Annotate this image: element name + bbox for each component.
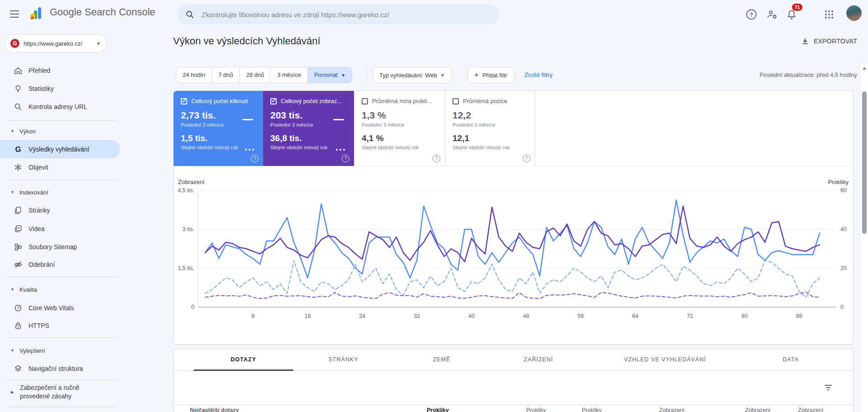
sidebar-item-https[interactable]: HTTPS [0, 317, 120, 335]
tab-stranky[interactable]: STRÁNKY [293, 349, 393, 370]
search-console-logo-icon [29, 5, 44, 22]
help-icon[interactable]: ? [745, 8, 758, 21]
compare-dropdown[interactable]: Porovnat ▼ [308, 67, 352, 83]
sidebar-item-objevit[interactable]: Objevit [0, 158, 120, 176]
column-header[interactable]: Zobrazení [659, 407, 684, 412]
dotted-line-legend-mark [334, 149, 345, 151]
help-icon[interactable]: ? [433, 155, 440, 162]
layers-icon [14, 364, 23, 373]
sidebar-divider [7, 337, 117, 338]
eye-off-icon [14, 260, 23, 269]
reset-filters-link[interactable]: Zrušit filtry [524, 71, 552, 78]
export-button[interactable]: EXPORTOVAT [801, 37, 857, 45]
search-input[interactable] [201, 10, 491, 19]
sidebar-divider [7, 120, 117, 121]
sidebar-item-kontrola-url[interactable]: Kontrola adresy URL [0, 98, 120, 116]
column-header-queries[interactable]: Nejčastější dotazy [190, 407, 239, 412]
google-g-icon: G [14, 145, 23, 154]
metric-tile-clicks[interactable]: ✓Celkový počet kliknutí 2,73 tis. Posled… [174, 91, 263, 166]
scrollbar-track[interactable] [861, 63, 868, 412]
sidebar-section-vylepseni[interactable]: ▼ Vylepšení [0, 342, 120, 359]
metric-tile-position[interactable]: Průměrná pozice 12,2 Poslední 3 měsíce 1… [445, 91, 535, 166]
menu-button[interactable] [10, 10, 19, 18]
search-icon [14, 102, 23, 111]
column-header[interactable]: Prokliky [427, 407, 449, 412]
svg-text:48: 48 [523, 313, 529, 319]
product-title: Google Search Console [50, 6, 156, 18]
scrollbar-thumb[interactable] [862, 91, 867, 234]
sidebar-item-stranky[interactable]: Stránky [0, 201, 120, 219]
date-range-3m[interactable]: 3 měsíce [271, 67, 308, 83]
sidebar-item-zabezpeceni[interactable]: ▶ Zabezpečení a ručně provedené zásahy [0, 384, 120, 401]
metric-tiles: ✓Celkový počet kliknutí 2,73 tis. Posled… [174, 91, 853, 166]
user-settings-icon[interactable] [766, 8, 778, 21]
metric-tile-impressions[interactable]: ✓Celkový počet zobraz... 203 tis. Posled… [263, 91, 354, 166]
checkbox-unchecked[interactable] [453, 98, 459, 104]
metric-tile-ctr[interactable]: Průměrná míra prokli... 1,3 % Poslední 3… [354, 91, 445, 166]
tiles-filler [535, 91, 853, 166]
sitemap-icon [14, 242, 23, 251]
svg-text:24: 24 [359, 313, 365, 319]
checkbox-checked[interactable]: ✓ [181, 98, 187, 104]
sidebar-item-soubory-sitemap[interactable]: Soubory Sitemap [0, 238, 120, 256]
property-selector[interactable]: G https://www.gareko.cz/ ▼ [5, 34, 107, 52]
sidebar-section-vykon[interactable]: ▼ Výkon [0, 123, 120, 139]
svg-text:4,5 tis.: 4,5 tis. [178, 187, 194, 194]
column-header[interactable]: Prokliky [526, 407, 546, 412]
url-inspection-searchbar[interactable] [177, 5, 499, 24]
svg-text:3 tis.: 3 tis. [183, 226, 194, 232]
svg-text:16: 16 [305, 313, 311, 319]
solid-line-legend-mark [242, 119, 253, 120]
search-icon [185, 10, 194, 19]
tab-vzhled[interactable]: VZHLED VE VYHLEDÁVÁNÍ [587, 349, 743, 370]
chevron-right-icon: ▶ [11, 390, 14, 401]
sidebar-divider [7, 380, 117, 380]
column-header[interactable]: Zobrazení [798, 407, 823, 412]
add-filter-chip[interactable]: + Přidat filtr [467, 67, 514, 83]
date-range-24h[interactable]: 24 hodin [176, 67, 212, 83]
home-icon [14, 66, 23, 75]
notification-count-badge: 71 [792, 4, 802, 11]
help-icon[interactable]: ? [342, 155, 349, 162]
sidebar-item-core-web-vitals[interactable]: Core Web Vitals [0, 299, 120, 317]
google-apps-grid-icon[interactable] [823, 8, 835, 21]
column-header[interactable]: Zobrazení [745, 407, 770, 412]
filter-list-icon[interactable] [823, 383, 833, 393]
sidebar-item-videa[interactable]: Videa [0, 220, 120, 238]
checkbox-unchecked[interactable] [362, 98, 368, 104]
sidebar-item-odebrani[interactable]: Odebrání [0, 256, 120, 274]
sidebar-section-kvalita[interactable]: ▼ Kvalita [0, 281, 120, 298]
help-icon[interactable]: ? [251, 155, 259, 162]
performance-line-chart: 001,5 tis.203 tis.404,5 tis.60ZobrazeníP… [174, 178, 853, 327]
sidebar-item-prehled[interactable]: Přehled [0, 62, 120, 80]
pages-icon [14, 206, 23, 215]
svg-text:Zobrazení: Zobrazení [178, 179, 205, 185]
sidebar-section-indexovani[interactable]: ▼ Indexování [0, 184, 120, 200]
search-type-chip[interactable]: Typ vyhledávání: Web ▼ [373, 67, 452, 83]
svg-text:8: 8 [251, 313, 255, 319]
solid-line-legend-mark [333, 119, 344, 120]
tab-data[interactable]: DATA [743, 349, 838, 370]
notifications-bell-icon[interactable] [786, 9, 798, 22]
sidebar-item-statistiky[interactable]: Statistiky [0, 80, 120, 98]
scroll-up-arrow-icon[interactable] [863, 67, 866, 70]
sidebar-item-navigacni-struktura[interactable]: Navigační struktura [0, 360, 120, 378]
svg-text:Prokliky: Prokliky [828, 179, 849, 185]
dimension-tabs: DOTAZY STRÁNKY ZEMĚ ZAŘÍZENÍ VZHLED VE V… [174, 349, 853, 371]
tab-zeme[interactable]: ZEMĚ [393, 349, 490, 370]
checkbox-checked[interactable]: ✓ [270, 98, 277, 104]
avatar[interactable] [846, 5, 862, 21]
help-icon[interactable]: ? [523, 155, 530, 162]
filter-divider [366, 68, 367, 82]
column-header[interactable]: Prokliky [582, 407, 602, 412]
svg-text:64: 64 [632, 313, 638, 319]
sidebar-divider [7, 407, 117, 407]
date-range-7d[interactable]: 7 dnů [212, 67, 240, 83]
lightbulb-icon [14, 84, 23, 93]
svg-text:G: G [15, 145, 21, 154]
tab-dotazy[interactable]: DOTAZY [193, 349, 293, 370]
property-url: https://www.gareko.cz/ [24, 40, 96, 47]
date-range-28d[interactable]: 28 dnů [240, 67, 271, 83]
sidebar-item-vysledky-vyhledavani[interactable]: G Výsledky vyhledávání [0, 140, 120, 158]
tab-zarizeni[interactable]: ZAŘÍZENÍ [490, 349, 587, 370]
